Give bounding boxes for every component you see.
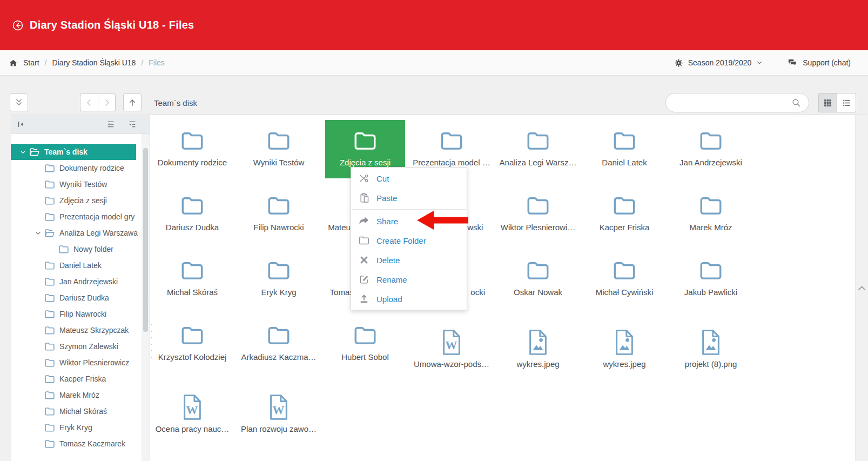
sidebar-scrollbar[interactable] bbox=[142, 135, 150, 461]
tree-item[interactable]: Kacper Friska bbox=[11, 371, 136, 387]
folder-tile[interactable]: Michał Cywiński bbox=[584, 250, 664, 308]
folder-tile[interactable]: Jakub Pawlicki bbox=[671, 250, 751, 308]
breadcrumb-item: Files bbox=[149, 58, 165, 67]
folder-icon bbox=[44, 391, 55, 400]
tree-item[interactable]: Wyniki Testów bbox=[11, 176, 136, 192]
tree-item[interactable]: Wiktor Plesnierowicz bbox=[11, 355, 136, 371]
context-menu-label: Paste bbox=[376, 193, 397, 203]
folder-icon bbox=[698, 196, 723, 216]
file-tile[interactable]: WOcena pracy nauc… bbox=[152, 379, 232, 438]
tree-item[interactable]: Daniel Latek bbox=[11, 257, 136, 273]
file-tile[interactable]: WPlan rozwoju zawo… bbox=[239, 379, 319, 438]
folder-tile[interactable]: Wiktor Plesnierowi… bbox=[498, 185, 578, 243]
folder-icon bbox=[44, 277, 55, 286]
folder-tile[interactable]: Kacper Friska bbox=[584, 185, 664, 243]
folder-icon bbox=[698, 131, 723, 151]
support-chat-button[interactable]: Support (chat) bbox=[788, 58, 851, 68]
search-icon[interactable] bbox=[791, 98, 801, 108]
tree-item[interactable]: Mateusz Skrzypczak bbox=[11, 322, 136, 338]
breadcrumb-item[interactable]: Diary Stadion Śląski U18 bbox=[52, 58, 136, 67]
folder-tile[interactable]: Krzysztof Kołodziej bbox=[152, 315, 232, 373]
context-menu-item-cut[interactable]: Cut bbox=[351, 169, 467, 188]
tree-item[interactable]: Team`s disk bbox=[11, 144, 136, 160]
folder-icon bbox=[44, 180, 55, 189]
home-icon[interactable] bbox=[9, 58, 18, 68]
context-menu-item-upload[interactable]: Upload bbox=[351, 289, 467, 309]
scrollbar-thumb[interactable] bbox=[143, 148, 148, 332]
tile-label: wykres.jpeg bbox=[516, 360, 559, 369]
grid-cell: Dariusz Dudka bbox=[149, 185, 235, 250]
file-tile[interactable]: wykres.jpeg bbox=[498, 315, 578, 373]
tree-item[interactable]: Filip Nawrocki bbox=[11, 306, 136, 322]
tile-label: Michał Skóraś bbox=[167, 288, 218, 297]
folder-tile[interactable]: Dokumenty rodzice bbox=[152, 120, 232, 178]
tree-item[interactable]: Jan Andrzejewski bbox=[11, 273, 136, 290]
tree-item[interactable]: Eryk Kryg bbox=[11, 419, 136, 436]
word-file-icon: W bbox=[267, 394, 290, 420]
grid-view-button[interactable] bbox=[818, 93, 837, 112]
tree-item[interactable]: Dokumenty rodzice bbox=[11, 160, 136, 176]
list-view-button[interactable] bbox=[837, 93, 856, 112]
gear-icon bbox=[674, 58, 683, 68]
folder-tile[interactable]: Wyniki Testów bbox=[239, 120, 319, 178]
search-input[interactable] bbox=[674, 98, 791, 107]
folder-tile[interactable]: Eryk Kryg bbox=[239, 250, 319, 308]
content-scrollbar[interactable] bbox=[856, 115, 867, 461]
season-selector[interactable]: Season 2019/2020 bbox=[674, 58, 763, 68]
tree-item-label: Prezentacja model gry bbox=[59, 212, 134, 221]
folder-icon bbox=[180, 196, 205, 216]
folder-tile[interactable]: Filip Nawrocki bbox=[239, 185, 319, 243]
panel-splitter-handle[interactable] bbox=[150, 323, 152, 359]
back-icon[interactable] bbox=[12, 19, 24, 31]
context-menu-item-paste[interactable]: Paste bbox=[351, 188, 467, 208]
context-menu-item-share[interactable]: Share bbox=[351, 211, 467, 231]
file-tile[interactable]: WUmowa-wzor-pods… bbox=[412, 315, 492, 373]
folder-tile[interactable]: Dariusz Dudka bbox=[152, 185, 232, 243]
folder-tile[interactable]: Analiza Legi Warsz… bbox=[498, 120, 578, 178]
tree-item[interactable]: Michał Skóraś bbox=[11, 403, 136, 419]
collapse-panel-icon[interactable] bbox=[16, 120, 25, 129]
chevron-down-icon[interactable] bbox=[35, 230, 42, 237]
tree-item-label: Kacper Friska bbox=[59, 375, 106, 383]
chevron-down-icon[interactable] bbox=[19, 149, 26, 156]
forward-nav-button[interactable] bbox=[98, 93, 116, 111]
tree-item[interactable]: Analiza Legi Warszawa bbox=[11, 225, 136, 241]
folder-icon bbox=[526, 131, 550, 151]
folder-tile[interactable]: Oskar Nowak bbox=[498, 250, 578, 308]
folder-tile[interactable]: Arkadiusz Kaczma… bbox=[239, 315, 319, 373]
tree-item[interactable]: Marek Mróz bbox=[11, 387, 136, 403]
context-menu-label: Delete bbox=[376, 256, 400, 265]
context-menu-item-create-folder[interactable]: Create Folder bbox=[351, 231, 467, 250]
tree-item[interactable]: Tomasz Kaczmarek bbox=[11, 436, 136, 452]
folder-open-icon bbox=[44, 229, 55, 238]
context-menu-label: Upload bbox=[376, 295, 402, 304]
context-menu-item-delete[interactable]: Delete bbox=[351, 250, 467, 270]
file-tile[interactable]: wykres.jpeg bbox=[584, 315, 664, 373]
context-menu-item-rename[interactable]: Rename bbox=[351, 270, 467, 289]
more-actions-button[interactable] bbox=[10, 93, 28, 111]
folder-tile[interactable]: Hubert Sobol bbox=[325, 315, 405, 373]
tree-item[interactable]: Nowy folder bbox=[11, 241, 136, 257]
tree-item[interactable]: Prezentacja model gry bbox=[11, 209, 136, 225]
back-nav-button[interactable] bbox=[80, 93, 98, 111]
folder-tree: Team`s diskDokumenty rodziceWyniki Testó… bbox=[11, 134, 142, 461]
up-folder-button[interactable] bbox=[123, 93, 142, 111]
folder-tile[interactable]: Daniel Latek bbox=[584, 120, 664, 178]
collapse-all-icon[interactable] bbox=[106, 120, 115, 129]
folder-tile[interactable]: Marek Mróz bbox=[671, 185, 751, 243]
tree-item[interactable]: Szymon Zalewski bbox=[11, 338, 136, 355]
grid-cell: Wyniki Testów bbox=[235, 120, 322, 185]
cut-icon bbox=[359, 173, 369, 184]
tree-item-label: Mateusz Skrzypczak bbox=[59, 326, 129, 335]
tree-item[interactable]: Zdjęcia z sesji bbox=[11, 192, 136, 209]
breadcrumb-item[interactable]: Start bbox=[23, 58, 39, 67]
expand-all-icon[interactable] bbox=[128, 120, 137, 129]
grid-cell: Kacper Friska bbox=[581, 185, 668, 250]
file-tile[interactable]: projekt (8).png bbox=[671, 315, 751, 373]
share-icon bbox=[359, 216, 369, 226]
support-label: Support (chat) bbox=[803, 58, 851, 67]
folder-tile[interactable]: Michał Skóraś bbox=[152, 250, 232, 308]
scroll-up-icon[interactable] bbox=[856, 115, 867, 461]
tree-item[interactable]: Dariusz Dudka bbox=[11, 290, 136, 306]
folder-tile[interactable]: Jan Andrzejewski bbox=[671, 120, 751, 178]
